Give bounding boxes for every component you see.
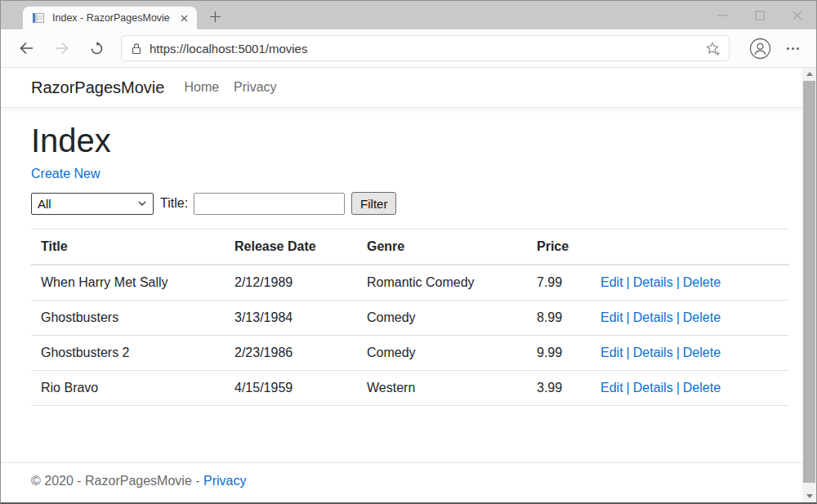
forward-button[interactable] <box>49 36 74 60</box>
table-row: Ghostbusters 3/13/1984 Comedy 8.99 Edit|… <box>31 301 789 336</box>
table-header-row: Title Release Date Genre Price <box>31 230 789 265</box>
table-row: Rio Bravo 4/15/1959 Western 3.99 Edit|De… <box>31 371 789 406</box>
title-filter-input[interactable] <box>194 193 345 215</box>
back-button[interactable] <box>14 36 38 60</box>
create-new-link[interactable]: Create New <box>31 167 100 181</box>
chevron-down-icon <box>138 201 146 206</box>
page-content: RazorPagesMovie Home Privacy Index Creat… <box>1 68 802 502</box>
cell-genre: Comedy <box>357 301 527 336</box>
url-text[interactable]: https://localhost:5001/movies <box>150 42 705 56</box>
edit-link[interactable]: Edit <box>600 381 623 395</box>
cell-title: Rio Bravo <box>31 371 225 406</box>
page-footer: © 2020 - RazorPagesMovie - Privacy <box>1 462 802 502</box>
col-header-title: Title <box>31 230 225 265</box>
vertical-scrollbar[interactable] <box>802 68 816 502</box>
action-separator: | <box>676 275 680 289</box>
page-title: Index <box>31 123 789 159</box>
add-favorite-icon[interactable] <box>705 41 721 56</box>
profile-icon[interactable] <box>748 36 772 60</box>
cell-actions: Edit|Details|Delete <box>591 371 789 406</box>
table-row: Ghostbusters 2 2/23/1986 Comedy 9.99 Edi… <box>31 336 789 371</box>
action-separator: | <box>676 381 680 395</box>
browser-toolbar: https://localhost:5001/movies <box>1 29 816 68</box>
movies-table: Title Release Date Genre Price When Harr… <box>31 229 789 406</box>
cell-title: Ghostbusters <box>31 301 225 336</box>
cell-actions: Edit|Details|Delete <box>591 301 789 336</box>
maximize-button[interactable] <box>741 1 779 29</box>
cell-actions: Edit|Details|Delete <box>591 336 789 371</box>
delete-link[interactable]: Delete <box>683 381 721 395</box>
filter-button[interactable]: Filter <box>351 192 396 215</box>
cell-price: 3.99 <box>527 371 591 406</box>
browser-window: Index - RazorPagesMovie <box>0 0 817 504</box>
scrollbar-thumb[interactable] <box>803 81 815 483</box>
site-navbar: RazorPagesMovie Home Privacy <box>1 68 802 108</box>
toolbar-right <box>738 36 805 60</box>
col-header-actions <box>591 230 789 265</box>
footer-privacy-link[interactable]: Privacy <box>203 474 246 488</box>
cell-actions: Edit|Details|Delete <box>591 265 789 301</box>
edit-link[interactable]: Edit <box>600 346 623 359</box>
cell-genre: Comedy <box>357 336 527 371</box>
minimize-button[interactable] <box>703 1 741 29</box>
action-separator: | <box>676 310 680 324</box>
col-header-release-date: Release Date <box>225 230 357 265</box>
lock-icon <box>132 42 141 55</box>
action-separator: | <box>627 275 630 289</box>
close-button[interactable] <box>779 1 816 29</box>
action-separator: | <box>627 346 630 359</box>
action-separator: | <box>627 310 630 324</box>
edit-link[interactable]: Edit <box>600 275 623 289</box>
cell-price: 9.99 <box>527 336 591 371</box>
refresh-button[interactable] <box>84 36 109 60</box>
details-link[interactable]: Details <box>633 310 673 324</box>
tab-close-icon[interactable] <box>177 11 190 25</box>
details-link[interactable]: Details <box>633 275 673 289</box>
details-link[interactable]: Details <box>633 381 673 395</box>
cell-price: 8.99 <box>527 301 591 336</box>
tab-title: Index - RazorPagesMovie <box>52 12 177 24</box>
scroll-down-icon[interactable] <box>802 490 816 502</box>
cell-title: When Harry Met Sally <box>31 265 225 301</box>
brand-link[interactable]: RazorPagesMovie <box>31 78 164 97</box>
main-content: Index Create New All Title: Filter <box>1 108 802 406</box>
cell-price: 7.99 <box>527 265 591 301</box>
cell-title: Ghostbusters 2 <box>31 336 225 371</box>
action-separator: | <box>627 381 630 395</box>
cell-release-date: 2/12/1989 <box>225 265 357 301</box>
action-separator: | <box>676 346 680 359</box>
new-tab-button[interactable] <box>207 8 223 25</box>
delete-link[interactable]: Delete <box>683 310 721 324</box>
address-bar[interactable]: https://localhost:5001/movies <box>121 35 730 61</box>
more-options-icon[interactable] <box>780 36 805 60</box>
genre-select-value: All <box>38 197 51 211</box>
genre-select[interactable]: All <box>31 193 154 215</box>
copyright-text: © 2020 - RazorPagesMovie - <box>31 474 200 488</box>
delete-link[interactable]: Delete <box>683 346 721 359</box>
col-header-price: Price <box>527 230 591 265</box>
cell-release-date: 4/15/1959 <box>225 371 357 406</box>
delete-link[interactable]: Delete <box>683 275 721 289</box>
cell-genre: Western <box>357 371 527 406</box>
details-link[interactable]: Details <box>633 346 673 359</box>
title-filter-label: Title: <box>160 196 188 211</box>
page-viewport: RazorPagesMovie Home Privacy Index Creat… <box>1 68 816 502</box>
cell-release-date: 2/23/1986 <box>225 336 357 371</box>
table-row: When Harry Met Sally 2/12/1989 Romantic … <box>31 265 789 301</box>
favicon-icon <box>32 11 45 25</box>
window-controls <box>703 1 816 29</box>
nav-link-home[interactable]: Home <box>184 80 219 95</box>
edit-link[interactable]: Edit <box>600 310 623 324</box>
browser-tab[interactable]: Index - RazorPagesMovie <box>23 7 197 29</box>
col-header-genre: Genre <box>357 230 527 265</box>
filter-form: All Title: Filter <box>31 192 789 215</box>
cell-genre: Romantic Comedy <box>357 265 527 301</box>
cell-release-date: 3/13/1984 <box>225 301 357 336</box>
nav-link-privacy[interactable]: Privacy <box>234 80 276 95</box>
scroll-up-icon[interactable] <box>802 68 816 80</box>
tab-strip: Index - RazorPagesMovie <box>1 1 816 29</box>
